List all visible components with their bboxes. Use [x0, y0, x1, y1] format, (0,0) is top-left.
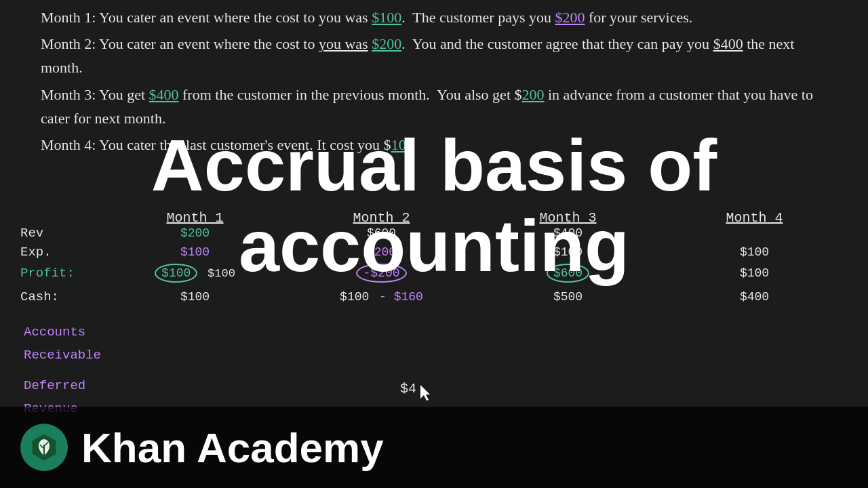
- khan-logo: [20, 424, 68, 471]
- exp-m2: $200: [288, 245, 475, 259]
- cash-m1: $100: [102, 290, 288, 304]
- month4-label: Month 4: [661, 210, 848, 226]
- cash-m3: $500: [475, 290, 661, 304]
- month4-header: Month 4: [661, 210, 848, 226]
- rev-row: Rev $200 $600 $400: [20, 226, 848, 241]
- cash-m2: $100 - $160: [288, 290, 475, 304]
- profit-m3-value: $600: [547, 264, 589, 283]
- month4-line: Month 4: You cater that last customer's …: [41, 133, 827, 157]
- amount-200-m3: 200: [522, 86, 545, 103]
- profit-m3: $600: [475, 264, 661, 283]
- you-was-m2: you was: [319, 35, 368, 52]
- khan-academy-branding: Khan Academy: [0, 407, 868, 488]
- cursor-amount-text: $4: [400, 381, 416, 396]
- cash-row: Cash: $100 $100 - $160 $500 $400: [20, 289, 848, 304]
- cash-label: Cash:: [20, 289, 102, 304]
- profit-label: Profit:: [20, 266, 102, 281]
- exp-m3: $100: [475, 245, 661, 259]
- rev-m3: $400: [475, 226, 661, 240]
- exp-m1: $100: [102, 245, 288, 259]
- month3-header: Month 3: [475, 210, 661, 226]
- rev-m2: $600: [288, 226, 475, 240]
- rev-label: Rev: [20, 226, 102, 241]
- rev-m1: $200: [102, 226, 288, 240]
- profit-m2: -$200: [288, 264, 475, 283]
- amount-200-m2: $200: [372, 35, 401, 52]
- cursor-icon: [420, 385, 434, 401]
- month2-header: Month 2: [288, 210, 475, 226]
- exp-label: Exp.: [20, 245, 102, 260]
- profit-m1-value: $100: [155, 264, 197, 283]
- khan-leaf-icon: [29, 432, 59, 462]
- accounts-receivable-label: AccountsReceivable: [24, 321, 101, 367]
- exp-m4: $100: [661, 245, 848, 259]
- amount-200-m1: $200: [555, 9, 585, 26]
- video-frame: Month 1: You cater an event where the co…: [0, 0, 868, 488]
- text-content: Month 1: You cater an event where the co…: [0, 0, 868, 159]
- cash-m4: $400: [661, 290, 848, 304]
- month3-line: Month 3: You get $400 from the customer …: [41, 83, 827, 130]
- profit-m4: $100: [661, 266, 848, 280]
- month-headers: Month 1 Month 2 Month 3 Month 4: [102, 210, 848, 226]
- month2-line: Month 2: You cater an event where the co…: [41, 32, 827, 79]
- amount-100-m4: 100: [391, 136, 414, 153]
- amount-100-m1: $100: [372, 9, 401, 26]
- exp-row: Exp. $100 $200 $100 $100: [20, 245, 848, 260]
- amount-400-m2: $400: [713, 35, 743, 52]
- bottom-left-labels: AccountsReceivable DeferredRevenue: [24, 321, 101, 420]
- month1-line: Month 1: You cater an event where the co…: [41, 5, 827, 29]
- profit-m1: $100 $100: [102, 264, 288, 283]
- cash-m2-val1: $100: [340, 290, 369, 304]
- table-area: Month 1 Month 2 Month 3 Month 4 Rev $200…: [0, 210, 868, 308]
- month1-label: Month 1: [102, 210, 288, 226]
- month3-label: Month 3: [475, 210, 661, 226]
- profit-row: Profit: $100 $100 -$200 $600 $100: [20, 264, 848, 283]
- month1-header: Month 1: [102, 210, 288, 226]
- profit-m1-secondary: $100: [208, 267, 235, 280]
- month2-label: Month 2: [288, 210, 475, 226]
- amount-400-m3: $400: [149, 86, 179, 103]
- cash-m2-val2: - $160: [379, 290, 423, 304]
- profit-m2-value: -$200: [356, 264, 406, 283]
- khan-academy-name: Khan Academy: [81, 424, 384, 472]
